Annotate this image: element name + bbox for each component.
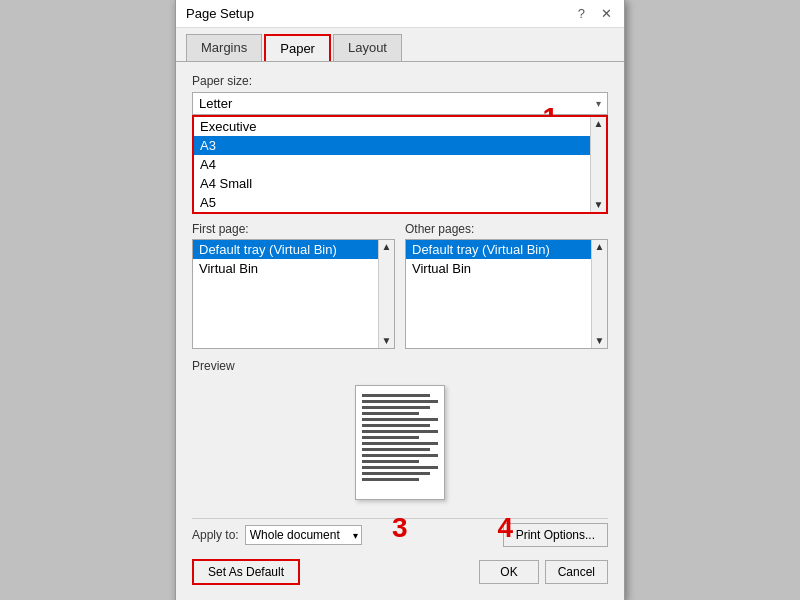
first-page-inner: Default tray (Virtual Bin) Virtual Bin (193, 240, 394, 278)
preview-line-14 (362, 472, 430, 475)
preview-line-1 (362, 394, 430, 397)
first-page-list[interactable]: Default tray (Virtual Bin) Virtual Bin ▲… (192, 239, 395, 349)
preview-line-10 (362, 448, 430, 451)
title-bar-controls: ? ✕ (576, 6, 614, 21)
first-page-col: First page: Default tray (Virtual Bin) V… (192, 222, 395, 349)
title-bar: Page Setup ? ✕ (176, 0, 624, 28)
dropdown-item-a3[interactable]: A3 (194, 136, 590, 155)
tabs-row: Margins Paper Layout (176, 28, 624, 62)
paper-size-value: Letter (199, 96, 232, 111)
preview-line-15 (362, 478, 419, 481)
annotation-3: 3 (392, 512, 408, 544)
tab-margins[interactable]: Margins (186, 34, 262, 61)
first-scroll-up-icon[interactable]: ▲ (382, 242, 392, 252)
dropdown-item-a4[interactable]: A4 (194, 155, 590, 174)
preview-line-9 (362, 442, 438, 445)
preview-line-5 (362, 418, 438, 421)
other-pages-item-default[interactable]: Default tray (Virtual Bin) (406, 240, 591, 259)
scroll-up-icon[interactable]: ▲ (594, 119, 604, 129)
help-button[interactable]: ? (576, 6, 587, 21)
preview-label: Preview (192, 359, 608, 373)
dropdown-inner: Executive A3 A4 A4 Small A5 (194, 117, 606, 212)
other-pages-label: Other pages: (405, 222, 608, 236)
dialog-body: 1 2 Paper size: Letter ▾ Executive A3 (176, 62, 624, 601)
other-pages-col: Other pages: Default tray (Virtual Bin) … (405, 222, 608, 349)
other-scroll-up-icon[interactable]: ▲ (595, 242, 605, 252)
dialog-title: Page Setup (186, 6, 254, 21)
apply-to-label: Apply to: (192, 528, 239, 542)
preview-line-3 (362, 406, 430, 409)
paper-size-arrow: ▾ (596, 98, 601, 109)
apply-to-row: Apply to: Whole document This section (192, 525, 362, 545)
preview-line-8 (362, 436, 419, 439)
dropdown-item-executive[interactable]: Executive (194, 117, 590, 136)
other-pages-scrollbar[interactable]: ▲ ▼ (591, 240, 607, 348)
annotation-4: 4 (497, 512, 513, 544)
first-page-item-default[interactable]: Default tray (Virtual Bin) (193, 240, 378, 259)
first-page-item-virtual[interactable]: Virtual Bin (193, 259, 378, 278)
button-row: Set As Default OK Cancel (192, 559, 608, 589)
dialog-body-inner: 1 2 Paper size: Letter ▾ Executive A3 (192, 74, 608, 589)
other-pages-inner: Default tray (Virtual Bin) Virtual Bin (406, 240, 607, 278)
ok-cancel-row: OK Cancel (479, 560, 608, 584)
page-setup-dialog: Page Setup ? ✕ Margins Paper Layout 1 2 … (175, 0, 625, 600)
cancel-button[interactable]: Cancel (545, 560, 608, 584)
apply-to-select[interactable]: Whole document This section (245, 525, 362, 545)
preview-box (192, 377, 608, 508)
preview-line-4 (362, 412, 419, 415)
preview-line-11 (362, 454, 438, 457)
first-page-label: First page: (192, 222, 395, 236)
preview-page (355, 385, 445, 500)
preview-line-7 (362, 430, 438, 433)
tab-paper[interactable]: Paper (264, 34, 331, 61)
other-scroll-down-icon[interactable]: ▼ (595, 336, 605, 346)
first-scroll-down-icon[interactable]: ▼ (382, 336, 392, 346)
scroll-down-icon[interactable]: ▼ (594, 200, 604, 210)
other-pages-list[interactable]: Default tray (Virtual Bin) Virtual Bin ▲… (405, 239, 608, 349)
paper-size-label: Paper size: (192, 74, 608, 88)
dropdown-scrollbar[interactable]: ▲ ▼ (590, 117, 606, 212)
other-pages-item-virtual[interactable]: Virtual Bin (406, 259, 591, 278)
close-button[interactable]: ✕ (599, 6, 614, 21)
ok-button[interactable]: OK (479, 560, 538, 584)
tab-layout[interactable]: Layout (333, 34, 402, 61)
paper-size-dropdown-list[interactable]: Executive A3 A4 A4 Small A5 (192, 115, 608, 214)
dropdown-item-a5[interactable]: A5 (194, 193, 590, 212)
preview-section: Preview (192, 359, 608, 508)
apply-to-select-wrapper[interactable]: Whole document This section (245, 525, 362, 545)
dropdown-item-a4small[interactable]: A4 Small (194, 174, 590, 193)
paper-source-row: First page: Default tray (Virtual Bin) V… (192, 222, 608, 349)
preview-line-13 (362, 466, 438, 469)
first-page-scrollbar[interactable]: ▲ ▼ (378, 240, 394, 348)
preview-line-2 (362, 400, 438, 403)
print-options-button[interactable]: Print Options... (503, 523, 608, 547)
preview-line-12 (362, 460, 419, 463)
set-as-default-button[interactable]: Set As Default (192, 559, 300, 585)
preview-line-6 (362, 424, 430, 427)
